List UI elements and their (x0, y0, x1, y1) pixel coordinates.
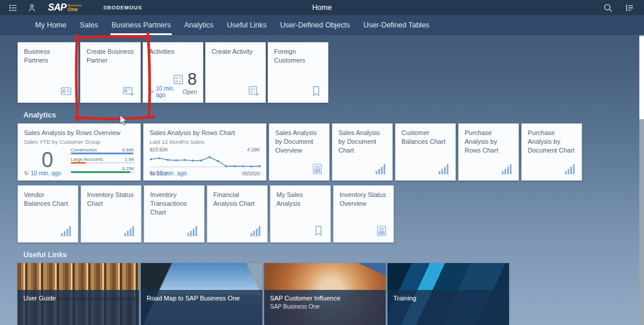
tile-sales-analysis-document-overview[interactable]: Sales Analysis by Document Overview (269, 123, 330, 181)
tab-sales[interactable]: Sales (78, 21, 99, 35)
scrollbar-thumb[interactable] (639, 36, 644, 119)
home-tile-row: Business Partners Create Business Partne… (18, 42, 644, 103)
bar-chart-icon (500, 162, 513, 175)
comparison-micro-chart: Construction8.68K Large Accounts1.6K 6.2… (71, 147, 134, 174)
search-icon[interactable] (603, 3, 613, 13)
bookmark-icon (310, 85, 323, 98)
refresh-icon: ↻ (150, 171, 154, 177)
tile-purchase-analysis-document-chart[interactable]: Purchase Analysis by Document Chart (521, 123, 582, 181)
contact-card-add-icon (122, 85, 135, 98)
bar-chart-icon (60, 224, 72, 237)
refresh-label: 10 min. ago (30, 170, 61, 177)
page-title: Home (0, 4, 644, 12)
tile-sales-analysis-rows-chart[interactable]: Sales Analysis by Rows Chart Last 12 Mon… (143, 123, 266, 181)
tab-user-defined-tables[interactable]: User-Defined Tables (362, 21, 431, 35)
top-bar: SAP Business One SBODEMOUS Home (0, 0, 644, 15)
vertical-scrollbar[interactable] (639, 35, 644, 325)
tile-sales-analysis-rows-overview[interactable]: Sales Analysis by Rows Overview Sales YT… (18, 123, 141, 181)
useful-links-section-title: Useful Links (23, 251, 644, 259)
chart-x-end: 05/2020 (242, 171, 260, 177)
tile-purchase-analysis-rows-chart[interactable]: Purchase Analysis by Rows Chart (458, 123, 519, 181)
bar-chart-icon (123, 224, 136, 237)
refresh-control[interactable]: ↻ 10 min. ago (149, 85, 183, 98)
refresh-label: 10 min. ago (155, 85, 182, 98)
checklist-icon (172, 73, 185, 86)
tab-business-partners[interactable]: Business Partners (110, 21, 172, 35)
bar-chart-icon (374, 162, 387, 175)
sap-b1-home-screen: SAP Business One SBODEMOUS Home My Home … (0, 0, 644, 325)
activities-status: Open (183, 89, 197, 95)
analytics-row-2: Vendor Balances Chart Inventory Status C… (18, 185, 644, 243)
copilot-icon[interactable] (625, 3, 635, 13)
tile-financial-analysis-chart[interactable]: Financial Analysis Chart (207, 185, 268, 243)
kpi-value: 0 (24, 150, 71, 171)
bar-row: Large Accounts1.6K (71, 157, 134, 164)
bar-row: Construction8.68K (71, 147, 134, 154)
tile-activities[interactable]: Activities 8 ↻ 10 min. ago Open (143, 42, 203, 103)
chart-end-label: 4.18K (247, 147, 260, 153)
tile-create-business-partner[interactable]: Create Business Partner (80, 42, 141, 103)
tile-inventory-status-overview[interactable]: Inventory Status Overview (333, 185, 394, 243)
document-overview-icon (375, 224, 388, 237)
tile-customer-balances-chart[interactable]: Customer Balances Chart (395, 123, 456, 181)
tile-create-activity[interactable]: Create Activity (205, 42, 266, 103)
bar-chart-icon (563, 162, 576, 175)
chart-max-label: 623.92K (150, 147, 168, 153)
tile-my-sales-analysis[interactable]: My Sales Analysis (270, 185, 331, 243)
tab-user-defined-objects[interactable]: User-Defined Objects (279, 21, 351, 35)
analytics-section-title: Analytics (23, 111, 644, 119)
tile-inventory-status-chart[interactable]: Inventory Status Chart (81, 185, 141, 243)
tile-sales-analysis-document-chart[interactable]: Sales Analysis by Document Chart (332, 123, 393, 181)
bar-row: 6.25K (71, 166, 134, 173)
card-sap-customer-influence[interactable]: SAP Customer Influence SAP Business One (264, 263, 386, 325)
tab-my-home[interactable]: My Home (34, 21, 67, 35)
refresh-icon: ↻ (149, 89, 154, 95)
card-user-guide[interactable]: User Guide (18, 263, 139, 325)
tile-foreign-customers[interactable]: Foreign Customers (268, 42, 328, 103)
tile-vendor-balances-chart[interactable]: Vendor Balances Chart (18, 185, 78, 243)
refresh-control[interactable]: ↻ 10 min. ago (24, 170, 61, 177)
refresh-icon: ↻ (24, 171, 29, 177)
bar-chart-icon (249, 224, 262, 237)
bar-chart-icon (186, 224, 199, 237)
home-content: Business Partners Create Business Partne… (0, 35, 644, 325)
card-road-map[interactable]: Road Map to SAP Business One (141, 263, 262, 325)
sales-sparkline-chart (150, 153, 261, 169)
analytics-row-1: Sales Analysis by Rows Overview Sales YT… (18, 123, 644, 181)
bookmark-icon (312, 224, 325, 237)
tab-useful-links[interactable]: Useful Links (226, 21, 268, 35)
useful-links-row: User Guide Road Map to SAP Business One … (18, 263, 644, 325)
tab-analytics[interactable]: Analytics (183, 21, 214, 35)
tile-inventory-transactions-chart[interactable]: Inventory Transactions Chart (144, 185, 205, 243)
refresh-label: 10 min. ago (156, 170, 186, 177)
document-overview-icon (311, 162, 324, 175)
card-training[interactable]: Training (387, 263, 509, 325)
bar-chart-icon (437, 162, 450, 175)
contact-card-icon (60, 85, 72, 98)
activity-add-icon (247, 85, 260, 98)
tile-business-partners[interactable]: Business Partners (18, 42, 78, 103)
refresh-control[interactable]: ↻ 10 min. ago (150, 170, 187, 177)
tab-bar: My Home Sales Business Partners Analytic… (0, 15, 644, 35)
